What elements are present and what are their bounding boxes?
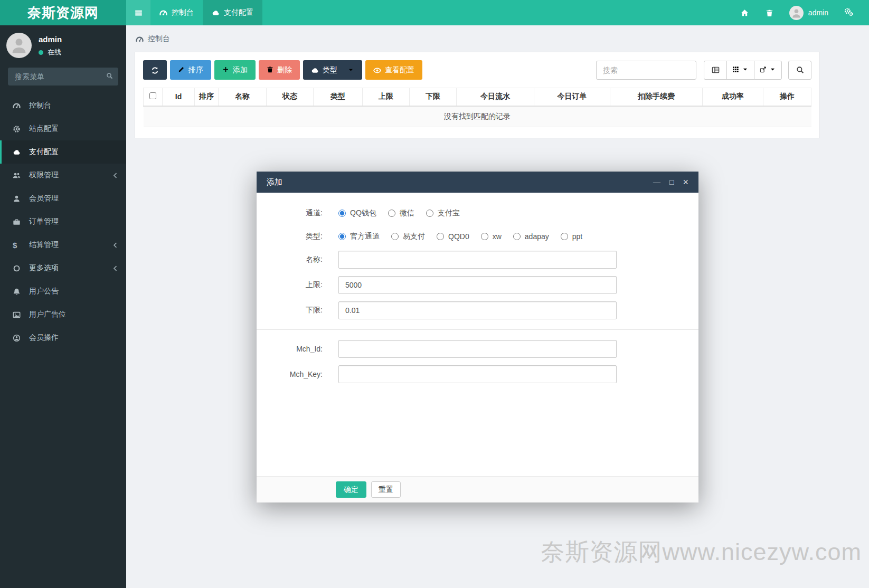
sidebar-item-label: 结算管理 — [29, 240, 59, 250]
radio-option-adapay[interactable]: adapay — [513, 232, 549, 241]
select-all-cell — [144, 88, 163, 106]
cogs-icon — [844, 7, 853, 18]
nav-tab-payment-config[interactable]: 支付配置 — [203, 0, 262, 25]
nav-tab-dashboard[interactable]: 控制台 — [150, 0, 203, 25]
refresh-button[interactable] — [143, 60, 167, 80]
toggle-pagination-button[interactable] — [704, 61, 727, 80]
maximize-icon[interactable]: □ — [669, 178, 674, 186]
radio-input[interactable] — [513, 233, 521, 240]
radio-input[interactable] — [391, 233, 399, 240]
minimize-icon[interactable]: — — [653, 178, 660, 186]
confirm-button[interactable]: 确定 — [336, 481, 366, 498]
sidebar-toggle-button[interactable] — [126, 0, 150, 25]
view-config-button[interactable]: 查看配置 — [365, 60, 422, 80]
lower-limit-field[interactable] — [338, 301, 617, 319]
sidebar-item-member-operations[interactable]: 会员操作 — [0, 326, 126, 349]
upper-limit-field[interactable] — [338, 276, 617, 294]
modal-footer: 确定 重置 — [257, 476, 698, 502]
image-icon — [13, 311, 24, 319]
settings-button[interactable] — [836, 0, 862, 25]
export-button[interactable] — [754, 61, 782, 80]
mch-key-field[interactable] — [338, 365, 617, 383]
sidebar-item-payment-config[interactable]: 支付配置 — [0, 140, 126, 164]
name-field[interactable] — [338, 251, 617, 269]
sidebar-item-dashboard[interactable]: 控制台 — [0, 94, 126, 117]
radio-input[interactable] — [561, 233, 568, 240]
user-menu[interactable]: admin — [782, 6, 836, 20]
sidebar-item-site-config[interactable]: 站点配置 — [0, 117, 126, 140]
sidebar: admin 在线 控制台 站点配置 支付配置 权限管理 — [0, 25, 126, 588]
search-icon — [796, 66, 804, 74]
radio-option-ppt[interactable]: ppt — [561, 232, 582, 241]
radio-option-xw[interactable]: xw — [481, 232, 502, 241]
table-search-input[interactable] — [596, 61, 696, 80]
sidebar-item-members[interactable]: 会员管理 — [0, 187, 126, 210]
columns-button[interactable] — [726, 61, 754, 80]
type-dropdown-button[interactable]: 类型 — [303, 60, 362, 80]
radio-input[interactable] — [481, 233, 488, 240]
radio-option-qqd0[interactable]: QQD0 — [437, 232, 469, 241]
form-divider — [257, 329, 698, 330]
radio-input[interactable] — [426, 210, 433, 217]
caret-down-icon — [742, 66, 749, 74]
radio-label: 支付宝 — [438, 208, 460, 218]
radio-option-official[interactable]: 官方通道 — [338, 232, 380, 241]
users-icon — [13, 172, 24, 179]
delete-button[interactable]: 删除 — [259, 60, 300, 80]
upper-limit-row: 上限: — [257, 276, 698, 294]
member-circle-icon — [13, 334, 24, 342]
radio-label: ppt — [572, 232, 582, 241]
radio-input[interactable] — [338, 233, 346, 240]
radio-option-qq-wallet[interactable]: QQ钱包 — [338, 208, 376, 218]
sort-button[interactable]: 排序 — [170, 60, 211, 80]
online-status-label: 在线 — [48, 48, 61, 57]
mch-key-label: Mch_Key: — [257, 370, 323, 378]
cloud-icon — [13, 148, 24, 156]
lower-limit-row: 下限: — [257, 301, 698, 319]
search-button[interactable] — [788, 61, 811, 80]
trash-button[interactable] — [757, 0, 782, 25]
close-icon[interactable]: × — [683, 177, 688, 187]
list-icon — [712, 66, 720, 74]
sidebar-item-orders[interactable]: 订单管理 — [0, 210, 126, 233]
nav-tab-label: 控制台 — [172, 8, 194, 17]
column-header: 名称 — [219, 88, 267, 106]
chevron-left-icon — [112, 242, 119, 249]
brand-logo[interactable]: 奈斯资源网 — [0, 0, 126, 25]
sidebar-item-settlement[interactable]: $ 结算管理 — [0, 233, 126, 257]
radio-option-yipay[interactable]: 易支付 — [391, 232, 425, 241]
sidebar-search-input[interactable] — [8, 68, 118, 86]
radio-input[interactable] — [437, 233, 444, 240]
sidebar-username: admin — [39, 35, 62, 44]
reset-button[interactable]: 重置 — [371, 481, 401, 498]
home-button[interactable] — [732, 0, 757, 25]
breadcrumb-label: 控制台 — [148, 34, 170, 44]
channel-row: 通道: QQ钱包 微信 支付宝 — [257, 204, 698, 222]
add-button[interactable]: 添加 — [214, 60, 256, 80]
sidebar-item-ad-slots[interactable]: 用户广告位 — [0, 303, 126, 326]
search-icon[interactable] — [106, 72, 113, 81]
mch-id-field[interactable] — [338, 340, 617, 358]
column-header: 上限 — [363, 88, 410, 106]
sidebar-item-announcements[interactable]: 用户公告 — [0, 280, 126, 303]
sidebar-item-label: 站点配置 — [29, 124, 59, 134]
table-card: 排序 添加 删除 类型 查看配置 — [135, 52, 820, 138]
radio-input[interactable] — [388, 210, 395, 217]
sidebar-item-more-options[interactable]: 更多选项 — [0, 257, 126, 280]
add-modal: 添加 — □ × 通道: QQ钱包 微信 支付宝 — [257, 172, 698, 502]
radio-option-alipay[interactable]: 支付宝 — [426, 208, 460, 218]
select-all-checkbox[interactable] — [149, 92, 156, 99]
sidebar-item-permissions[interactable]: 权限管理 — [0, 164, 126, 187]
name-row: 名称: — [257, 251, 698, 269]
trash-icon — [267, 66, 273, 74]
modal-header[interactable]: 添加 — □ × — [257, 172, 698, 193]
avatar — [789, 6, 804, 20]
lower-limit-label: 下限: — [257, 306, 323, 315]
chevron-left-icon — [112, 172, 119, 179]
hamburger-icon — [135, 8, 143, 17]
view-config-button-label: 查看配置 — [385, 65, 414, 75]
column-header: 扣除手续费 — [610, 88, 703, 106]
radio-input[interactable] — [338, 210, 346, 217]
radio-option-wechat[interactable]: 微信 — [388, 208, 414, 218]
empty-row: 没有找到匹配的记录 — [144, 106, 811, 127]
